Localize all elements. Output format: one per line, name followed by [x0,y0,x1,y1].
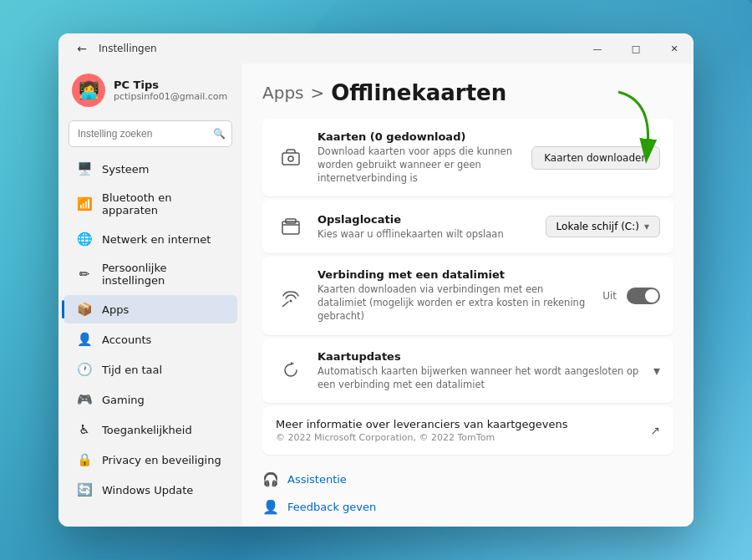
nav-label-update: Windows Update [102,484,193,496]
more-info-text: Meer informatie over leveranciers van ka… [276,418,638,443]
kaarten-icon [276,143,306,173]
breadcrumb: Apps > Offlinekaarten [262,80,673,105]
main-layout: 👩‍💻 PC Tips pctipsinfo01@gmail.com 🔍 🖥️ … [58,64,694,527]
nav-item-update[interactable]: 🔄 Windows Update [64,476,237,504]
user-email: pctipsinfo01@gmail.com [114,91,229,102]
sidebar: 👩‍💻 PC Tips pctipsinfo01@gmail.com 🔍 🖥️ … [58,64,242,527]
updates-desc: Automatisch kaarten bijwerken wanneer he… [318,364,642,391]
tijd-icon: 🕐 [77,362,92,377]
minimize-button[interactable]: — [578,33,617,64]
svg-point-1 [288,156,293,161]
nav-item-tijd[interactable]: 🕐 Tijd en taal [64,355,237,384]
updates-action: ▾ [653,363,660,379]
chevron-down-icon: ▾ [644,221,649,232]
accounts-icon: 👤 [77,332,92,347]
more-info-action: ↗ [650,422,660,438]
verbinding-action: Uit [602,288,660,304]
nav-label-bluetooth: Bluetooth en apparaten [102,191,224,216]
updates-title: Kaartupdates [318,350,642,363]
bluetooth-icon: 📶 [77,196,92,211]
kaarten-title: Kaarten (0 gedownload) [318,130,520,143]
card-more-info: Meer informatie over leveranciers van ka… [262,406,673,455]
search-box: 🔍 [69,120,232,147]
back-button[interactable]: ← [72,38,92,59]
content-area: Apps > Offlinekaarten Kaarten (0 gedownl… [242,64,694,527]
nav-item-privacy[interactable]: 🔒 Privacy en beveiliging [64,445,237,474]
breadcrumb-current: Offlinekaarten [331,80,506,105]
user-name: PC Tips [114,79,229,91]
nav-label-apps: Apps [102,303,129,316]
maximize-button[interactable]: □ [617,33,655,64]
gaming-icon: 🎮 [77,392,92,407]
user-info: PC Tips pctipsinfo01@gmail.com [114,79,229,102]
nav-label-toegankelijkheid: Toegankelijkheid [102,424,192,436]
nav-label-persoonlijk: Persoonlijke instellingen [102,262,224,287]
nav-item-persoonlijk[interactable]: ✏️ Persoonlijke instellingen [64,255,237,293]
opslag-action: Lokale schijf (C:) ▾ [546,216,660,237]
card-verbinding: Verbinding met een datalimiet Kaarten do… [262,257,673,334]
nav-item-systeem[interactable]: 🖥️ Systeem [64,155,237,183]
update-icon: 🔄 [77,482,92,497]
kaarten-action: Kaarten downloaden [531,146,660,170]
nav-label-gaming: Gaming [102,394,145,406]
toggle-label: Uit [602,290,617,302]
toggle-knob [645,289,658,303]
updates-text: Kaartupdates Automatisch kaarten bijwerk… [318,350,642,391]
breadcrumb-separator: > [311,83,325,103]
toegankelijkheid-icon: ♿ [77,422,92,437]
window-controls: — □ ✕ [578,33,694,64]
feedback-link[interactable]: 👤 Feedback geven [262,496,673,518]
netwerk-icon: 🌐 [77,232,92,247]
nav-item-accounts[interactable]: 👤 Accounts [64,325,237,354]
nav-label-tijd: Tijd en taal [102,364,162,376]
opslag-dropdown[interactable]: Lokale schijf (C:) ▾ [546,216,660,237]
assistentie-label: Assistentie [287,473,347,486]
more-info-copy: © 2022 Microsoft Corporation, © 2022 Tom… [276,432,638,443]
privacy-icon: 🔒 [77,452,92,467]
nav-item-gaming[interactable]: 🎮 Gaming [64,385,237,414]
verbinding-text: Verbinding met een datalimiet Kaarten do… [318,268,591,323]
feedback-icon: 👤 [262,499,279,515]
opslag-text: Opslaglocatie Kies waar u offlinekaarten… [318,213,534,241]
nav-label-netwerk: Netwerk en internet [102,233,211,246]
expand-icon[interactable]: ▾ [653,363,660,379]
window-title: Instellingen [99,43,157,54]
nav-item-apps[interactable]: 📦 Apps [64,295,237,323]
opslag-desc: Kies waar u offlinekaarten wilt opslaan [318,227,534,241]
systeem-icon: 🖥️ [77,161,92,176]
opslag-title: Opslaglocatie [318,213,534,226]
kaarten-desc: Download kaarten voor apps die kunnen wo… [318,145,520,185]
nav-item-toegankelijkheid[interactable]: ♿ Toegankelijkheid [64,415,237,444]
bottom-links: 🎧 Assistentie 👤 Feedback geven [262,468,673,518]
svg-rect-0 [282,153,299,165]
nav-label-privacy: Privacy en beveiliging [102,454,221,466]
avatar: 👩‍💻 [72,74,105,107]
verbinding-icon [276,281,306,311]
close-button[interactable]: ✕ [655,33,694,64]
download-button[interactable]: Kaarten downloaden [531,146,660,170]
updates-icon [276,355,306,385]
feedback-label: Feedback geven [287,501,376,513]
assistentie-link[interactable]: 🎧 Assistentie [262,468,673,491]
external-link-icon[interactable]: ↗ [650,424,660,437]
verbinding-toggle[interactable] [627,288,660,304]
card-updates: Kaartupdates Automatisch kaarten bijwerk… [262,339,673,403]
search-input[interactable] [69,120,232,147]
search-icon: 🔍 [213,128,226,140]
nav-label-accounts: Accounts [102,333,151,346]
nav-item-netwerk[interactable]: 🌐 Netwerk en internet [64,225,237,253]
settings-window: ← Instellingen — □ ✕ 👩‍💻 PC Tips pctipsi… [58,33,694,527]
kaarten-text: Kaarten (0 gedownload) Download kaarten … [318,130,520,185]
persoonlijk-icon: ✏️ [77,267,92,282]
svg-point-4 [290,299,292,302]
breadcrumb-parent[interactable]: Apps [262,83,304,103]
card-opslag: Opslaglocatie Kies waar u offlinekaarten… [262,200,673,253]
nav-item-bluetooth[interactable]: 📶 Bluetooth en apparaten [64,185,237,223]
card-kaarten: Kaarten (0 gedownload) Download kaarten … [262,119,673,196]
nav-label-systeem: Systeem [102,163,149,176]
verbinding-desc: Kaarten downloaden via verbindingen met … [318,283,591,323]
verbinding-title: Verbinding met een datalimiet [318,268,591,281]
user-section: 👩‍💻 PC Tips pctipsinfo01@gmail.com [58,64,242,117]
assistentie-icon: 🎧 [262,471,279,487]
more-info-title: Meer informatie over leveranciers van ka… [276,418,638,430]
